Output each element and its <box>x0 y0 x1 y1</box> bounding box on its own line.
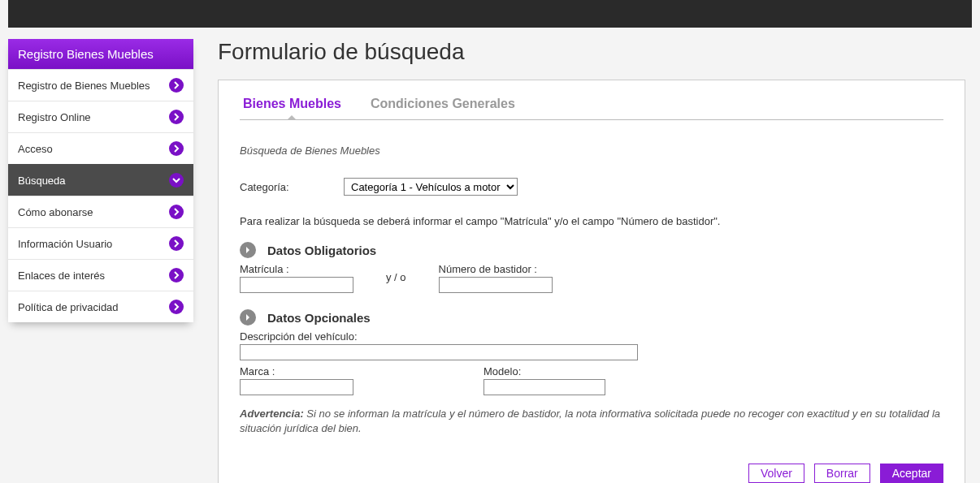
optional-heading: Datos Opcionales <box>267 311 371 325</box>
back-button[interactable]: Volver <box>748 464 804 483</box>
tab-condiciones-generales[interactable]: Condiciones Generales <box>367 92 518 119</box>
sidebar-item-label: Enlaces de interés <box>18 270 105 282</box>
sidebar-item-label: Búsqueda <box>18 175 66 187</box>
chevron-right-icon <box>169 236 184 251</box>
sidebar-item-label: Política de privacidad <box>18 301 119 313</box>
chevron-right-icon <box>169 300 184 314</box>
descripcion-label: Descripción del vehículo: <box>240 330 943 343</box>
chevron-right-icon <box>169 268 184 282</box>
modelo-label: Modelo: <box>483 365 605 377</box>
tab-bar: Bienes Muebles Condiciones Generales <box>240 92 943 120</box>
sidebar-item-acceso[interactable]: Acceso <box>8 132 193 164</box>
marca-input[interactable] <box>240 379 353 395</box>
category-select[interactable]: Categoría 1 - Vehículos a motor <box>344 178 518 196</box>
matricula-input[interactable] <box>240 277 353 293</box>
chevron-down-icon <box>169 173 184 188</box>
chevron-right-icon <box>169 141 184 156</box>
sidebar-item-registro-bienes-muebles[interactable]: Registro de Bienes Muebles <box>8 69 193 101</box>
sidebar-item-label: Registro Online <box>18 111 91 123</box>
chevron-right-icon <box>240 309 256 326</box>
sidebar-item-label: Cómo abonarse <box>18 206 93 218</box>
chevron-right-icon <box>169 78 184 93</box>
warning-text: Advertencia: Si no se informan la matríc… <box>240 407 943 436</box>
search-instructions: Para realizar la búsqueda se deberá info… <box>240 215 943 227</box>
and-or-separator: y / o <box>386 271 406 285</box>
bastidor-label: Número de bastidor : <box>439 263 553 275</box>
sidebar-item-enlaces-interes[interactable]: Enlaces de interés <box>8 259 193 291</box>
top-bar <box>8 0 972 28</box>
tab-bienes-muebles[interactable]: Bienes Muebles <box>240 92 345 119</box>
modelo-input[interactable] <box>483 379 605 395</box>
sidebar-item-busqueda[interactable]: Búsqueda <box>8 164 193 196</box>
sidebar-item-label: Acceso <box>18 143 53 155</box>
marca-label: Marca : <box>240 365 353 377</box>
sidebar-item-como-abonarse[interactable]: Cómo abonarse <box>8 196 193 227</box>
mandatory-heading: Datos Obligatorios <box>267 244 376 257</box>
sidebar-item-registro-online[interactable]: Registro Online <box>8 101 193 132</box>
sidebar-header: Registro Bienes Muebles <box>8 39 193 69</box>
sidebar-item-label: Información Usuario <box>18 238 112 250</box>
category-label: Categoría: <box>240 181 337 193</box>
sidebar-item-informacion-usuario[interactable]: Información Usuario <box>8 227 193 259</box>
matricula-label: Matrícula : <box>240 263 353 275</box>
chevron-right-icon <box>240 242 256 258</box>
submit-button[interactable]: Aceptar <box>880 464 943 483</box>
sidebar-item-politica-privacidad[interactable]: Política de privacidad <box>8 291 193 322</box>
main-content: Formulario de búsqueda Bienes Muebles Co… <box>218 39 965 483</box>
sidebar: Registro Bienes Muebles Registro de Bien… <box>8 39 193 322</box>
clear-button[interactable]: Borrar <box>814 464 870 483</box>
chevron-right-icon <box>169 110 184 124</box>
sidebar-item-label: Registro de Bienes Muebles <box>18 80 150 92</box>
form-panel: Bienes Muebles Condiciones Generales Bús… <box>218 80 965 483</box>
bastidor-input[interactable] <box>439 277 553 293</box>
chevron-right-icon <box>169 205 184 219</box>
section-subtitle: Búsqueda de Bienes Muebles <box>240 144 943 157</box>
page-title: Formulario de búsqueda <box>218 39 965 65</box>
descripcion-input[interactable] <box>240 344 638 360</box>
